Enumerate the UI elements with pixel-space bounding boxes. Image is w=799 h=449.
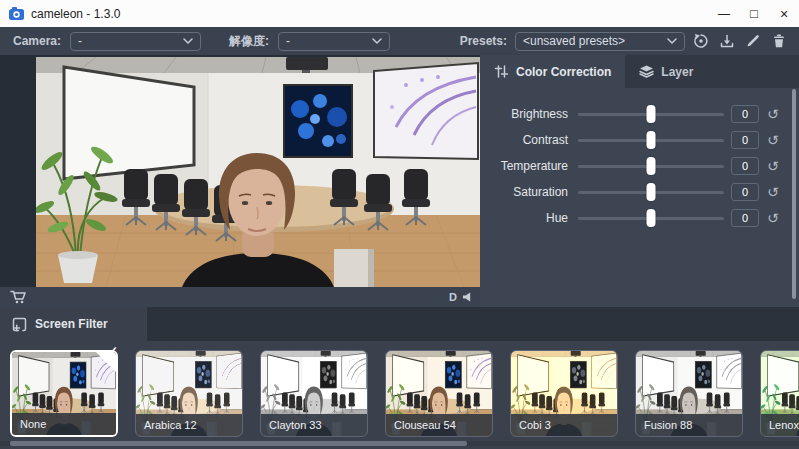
chevron-down-icon xyxy=(372,38,382,44)
filter-slot: Fusion 88 xyxy=(635,350,743,437)
slider-label: Contrast xyxy=(480,133,568,147)
window-controls: — □ × xyxy=(709,0,799,27)
slider-value-input[interactable]: 0 xyxy=(731,105,759,123)
slider-handle[interactable] xyxy=(647,157,656,175)
speaker-icon[interactable] xyxy=(462,292,472,302)
slider-value-input[interactable]: 0 xyxy=(731,157,759,175)
minimize-button[interactable]: — xyxy=(709,0,739,27)
slider-handle[interactable] xyxy=(647,131,656,149)
filter-tab-band: Screen Filter xyxy=(0,307,799,341)
cart-icon xyxy=(10,290,27,304)
filter-label: Cobi 3 xyxy=(511,414,617,436)
filter-slot: Lenox 34 xyxy=(760,350,799,437)
slider-handle[interactable] xyxy=(647,105,656,123)
filter-label: Fusion 88 xyxy=(636,414,742,436)
filter-card-cobi-3[interactable]: Cobi 3 xyxy=(510,350,618,437)
app-icon xyxy=(9,7,24,20)
delete-preset-button[interactable] xyxy=(769,31,789,51)
tab-layer[interactable]: Layer xyxy=(625,55,707,88)
trash-icon xyxy=(773,34,785,48)
filter-label: Clayton 33 xyxy=(261,414,367,436)
presets-select-value: <unsaved presets> xyxy=(523,34,625,48)
tab-color-correction-label: Color Correction xyxy=(516,65,611,79)
filter-slot: Cobi 3 xyxy=(510,350,618,437)
slider-track[interactable] xyxy=(578,139,724,142)
filter-card-list: None ✓ Arabica 12 Clayton 33 C xyxy=(10,350,799,437)
sliders-icon xyxy=(494,65,509,78)
filter-card-fusion-88[interactable]: Fusion 88 xyxy=(635,350,743,437)
preview-status-right: D xyxy=(449,292,472,303)
save-icon xyxy=(720,34,734,48)
tab-color-correction[interactable]: Color Correction xyxy=(480,55,625,88)
store-button[interactable] xyxy=(8,287,28,307)
filter-label: Clouseau 54 xyxy=(386,414,492,436)
history-icon xyxy=(693,33,709,49)
slider-row-saturation: Saturation 0 ↺ xyxy=(480,179,799,205)
maximize-button[interactable]: □ xyxy=(739,0,769,27)
horizontal-scrollbar-thumb[interactable] xyxy=(10,441,467,446)
reset-icon[interactable]: ↺ xyxy=(767,159,779,173)
slider-track[interactable] xyxy=(578,113,724,116)
right-panel: Color Correction Layer Brightness 0 ↺ xyxy=(480,55,799,307)
chevron-down-icon xyxy=(667,38,677,44)
filter-card-none[interactable]: None xyxy=(10,350,118,437)
camera-select[interactable]: - xyxy=(70,32,201,51)
slider-track[interactable] xyxy=(578,165,724,168)
toolbar-right-group: Presets: <unsaved presets> xyxy=(460,31,789,51)
reset-icon[interactable]: ↺ xyxy=(767,185,779,199)
slider-track[interactable] xyxy=(578,191,724,194)
save-preset-button[interactable] xyxy=(717,31,737,51)
filter-card-clouseau-54[interactable]: Clouseau 54 xyxy=(385,350,493,437)
filter-card-clayton-33[interactable]: Clayton 33 xyxy=(260,350,368,437)
layers-icon xyxy=(639,65,654,78)
filter-slot: None ✓ xyxy=(10,350,118,437)
selected-check-icon: ✓ xyxy=(108,344,118,358)
main-area: D Color Correction xyxy=(0,55,799,307)
slider-handle[interactable] xyxy=(647,209,656,227)
color-correction-sliders: Brightness 0 ↺ Contrast 0 ↺ Temperature … xyxy=(480,88,799,231)
preview-statusbar: D xyxy=(0,287,480,307)
resolution-select[interactable]: - xyxy=(278,32,390,51)
camera-select-value: - xyxy=(78,34,82,48)
reset-icon[interactable]: ↺ xyxy=(767,107,779,121)
slider-row-contrast: Contrast 0 ↺ xyxy=(480,127,799,153)
vertical-scrollbar[interactable] xyxy=(792,89,796,299)
close-button[interactable]: × xyxy=(769,0,799,27)
window-title: cameleon - 1.3.0 xyxy=(31,7,120,21)
slider-handle[interactable] xyxy=(647,183,656,201)
pencil-icon xyxy=(746,34,760,48)
edit-preset-button[interactable] xyxy=(743,31,763,51)
add-filter-icon xyxy=(12,317,27,332)
titlebar: cameleon - 1.3.0 — □ × xyxy=(0,0,799,27)
resolution-select-value: - xyxy=(286,34,290,48)
presets-select[interactable]: <unsaved presets> xyxy=(515,32,685,51)
preview-pane: D xyxy=(0,55,480,307)
slider-label: Hue xyxy=(480,211,568,225)
camera-label: Camera: xyxy=(13,34,61,48)
filter-label: Arabica 12 xyxy=(136,414,242,436)
tab-layer-label: Layer xyxy=(661,65,693,79)
toolbar-left-group: Camera: - 解像度: - xyxy=(13,32,390,51)
restore-preset-button[interactable] xyxy=(691,31,711,51)
resolution-label: 解像度: xyxy=(229,33,269,50)
slider-value-input[interactable]: 0 xyxy=(731,183,759,201)
tab-screen-filter[interactable]: Screen Filter xyxy=(0,307,147,341)
reset-icon[interactable]: ↺ xyxy=(767,133,779,147)
slider-value-input[interactable]: 0 xyxy=(731,209,759,227)
reset-icon[interactable]: ↺ xyxy=(767,211,779,225)
slider-track[interactable] xyxy=(578,217,724,220)
slider-value-input[interactable]: 0 xyxy=(731,131,759,149)
tab-screen-filter-label: Screen Filter xyxy=(35,317,108,331)
slider-row-brightness: Brightness 0 ↺ xyxy=(480,101,799,127)
filter-card-lenox-34[interactable]: Lenox 34 xyxy=(760,350,799,437)
filter-slot: Clayton 33 xyxy=(260,350,368,437)
slider-row-temperature: Temperature 0 ↺ xyxy=(480,153,799,179)
filter-card-arabica-12[interactable]: Arabica 12 xyxy=(135,350,243,437)
toolbar: Camera: - 解像度: - Presets: <unsaved prese… xyxy=(0,27,799,55)
output-d-icon: D xyxy=(449,292,457,303)
horizontal-scrollbar[interactable] xyxy=(0,441,799,446)
presets-label: Presets: xyxy=(460,34,507,48)
slider-row-hue: Hue 0 ↺ xyxy=(480,205,799,231)
filter-slot: Arabica 12 xyxy=(135,350,243,437)
filter-slot: Clouseau 54 xyxy=(385,350,493,437)
